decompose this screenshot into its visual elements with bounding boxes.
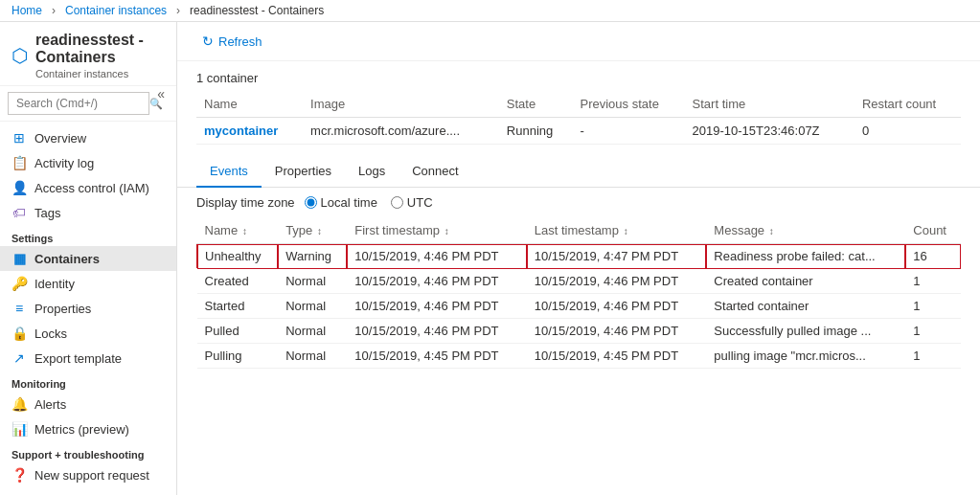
metrics-icon: 📊 [11,421,27,437]
event-message: pulling image "mcr.micros... [706,344,905,369]
event-message: Successfully pulled image ... [706,319,905,344]
event-last-ts: 10/15/2019, 4:47 PM PDT [527,244,707,269]
main-content: ↻ Refresh 1 container Name Image State P… [177,22,980,495]
collapse-button[interactable]: « [153,84,169,103]
event-first-ts: 10/15/2019, 4:46 PM PDT [347,319,527,344]
tab-properties[interactable]: Properties [262,156,345,188]
refresh-button[interactable]: ↻ Refresh [196,30,268,53]
events-col-name[interactable]: Name ↕ [197,217,279,244]
event-message: Created container [706,269,905,294]
col-prev-state: Previous state [573,91,685,118]
event-message: Readiness probe failed: cat... [706,244,905,269]
sidebar-title: readinesstest - Containers [35,32,165,66]
tab-events[interactable]: Events [196,156,262,188]
sidebar-subtitle: Container instances [35,68,165,79]
sort-icon: ↕ [314,226,322,236]
event-last-ts: 10/15/2019, 4:46 PM PDT [527,294,707,319]
sidebar-item-activity-log[interactable]: 📋 Activity log [0,150,176,175]
col-image: Image [303,91,499,118]
tabs: EventsPropertiesLogsConnect [177,156,980,188]
sidebar-header: ⬡ readinesstest - Containers Container i… [0,22,176,86]
event-type: Warning [278,244,347,269]
search-input[interactable] [8,92,149,115]
events-col-message[interactable]: Message ↕ [706,217,905,244]
events-table-head: Name ↕Type ↕First timestamp ↕Last timest… [197,217,961,244]
radio-utc-input[interactable] [391,196,403,209]
overview-icon: ⊞ [11,130,27,146]
support-icon: ❓ [11,467,27,483]
sidebar-logo-icon: ⬡ [11,44,28,67]
containers-section: 1 container Name Image State Previous st… [177,61,980,145]
tz-label: Display time zone [196,195,295,210]
radio-utc[interactable]: UTC [391,195,433,210]
activity-log-icon: 📋 [11,155,27,170]
cell-start-time: 2019-10-15T23:46:07Z [685,118,855,145]
events-col-last-timestamp[interactable]: Last timestamp ↕ [527,217,707,244]
event-type: Normal [278,294,347,319]
event-count: 1 [905,269,960,294]
sidebar-item-metrics[interactable]: 📊 Metrics (preview) [0,416,176,441]
timezone-bar: Display time zone Local time UTC [177,188,980,217]
events-col-first-timestamp[interactable]: First timestamp ↕ [347,217,527,244]
sort-icon: ↕ [239,226,247,236]
event-name: Pulled [197,319,279,344]
radio-local-input[interactable] [305,196,317,209]
events-section: Name ↕Type ↕First timestamp ↕Last timest… [177,217,980,369]
sidebar-item-access-control[interactable]: 👤 Access control (IAM) [0,175,176,200]
list-item: Started Normal 10/15/2019, 4:46 PM PDT 1… [197,294,961,319]
sidebar-item-identity[interactable]: 🔑 Identity [0,271,176,296]
breadcrumb: Home › Container instances › readinesste… [0,0,980,22]
settings-section-label: Settings [0,225,176,246]
tags-icon: 🏷 [11,205,27,220]
export-template-icon: ↗ [11,350,27,366]
cell-image: mcr.microsoft.com/azure.... [303,118,499,145]
cell-name[interactable]: mycontainer [196,118,303,145]
sidebar-item-properties[interactable]: ≡ Properties [0,296,176,321]
containers-table-head: Name Image State Previous state Start ti… [196,91,961,118]
event-type: Normal [278,269,347,294]
events-col-type[interactable]: Type ↕ [278,217,347,244]
event-name: Pulling [197,344,279,369]
sidebar-search-wrap: 🔍 « [0,86,176,122]
event-first-ts: 10/15/2019, 4:46 PM PDT [347,244,527,269]
radio-local[interactable]: Local time [305,195,377,210]
sidebar-item-alerts[interactable]: 🔔 Alerts [0,392,176,416]
tab-logs[interactable]: Logs [345,156,399,188]
event-first-ts: 10/15/2019, 4:45 PM PDT [347,344,527,369]
support-section-label: Support + troubleshooting [0,441,176,462]
sidebar-item-locks[interactable]: 🔒 Locks [0,321,176,346]
event-last-ts: 10/15/2019, 4:46 PM PDT [527,319,707,344]
sidebar: ⬡ readinesstest - Containers Container i… [0,22,177,495]
events-table-body: Unhealthy Warning 10/15/2019, 4:46 PM PD… [197,244,961,369]
event-last-ts: 10/15/2019, 4:45 PM PDT [527,344,707,369]
sidebar-item-containers[interactable]: ▦ Containers [0,246,176,271]
event-count: 1 [905,319,960,344]
col-state: State [499,91,573,118]
sidebar-nav: ⊞ Overview 📋 Activity log 👤 Access contr… [0,122,176,495]
event-count: 1 [905,344,960,369]
sidebar-item-new-support[interactable]: ❓ New support request [0,462,176,487]
event-first-ts: 10/15/2019, 4:46 PM PDT [347,294,527,319]
breadcrumb-container-instances[interactable]: Container instances [65,4,167,17]
radio-utc-label: UTC [407,195,433,210]
tab-connect[interactable]: Connect [399,156,471,188]
radio-group-tz: Local time UTC [305,195,433,210]
containers-icon: ▦ [11,251,27,266]
sidebar-item-export-template[interactable]: ↗ Export template [0,346,176,371]
refresh-icon: ↻ [202,34,214,49]
event-first-ts: 10/15/2019, 4:46 PM PDT [347,269,527,294]
event-count: 16 [905,244,960,269]
event-type: Normal [278,344,347,369]
sidebar-item-tags[interactable]: 🏷 Tags [0,200,176,225]
events-col-count: Count [905,217,960,244]
sort-icon: ↕ [766,226,774,236]
breadcrumb-current: readinesstest - Containers [190,4,324,17]
sort-icon: ↕ [621,226,628,236]
col-name: Name [196,91,303,118]
breadcrumb-home[interactable]: Home [11,4,42,17]
sidebar-item-overview[interactable]: ⊞ Overview [0,125,176,150]
alerts-icon: 🔔 [11,396,27,412]
list-item: Pulling Normal 10/15/2019, 4:45 PM PDT 1… [197,344,961,369]
event-name: Unhealthy [197,244,279,269]
event-type: Normal [278,319,347,344]
